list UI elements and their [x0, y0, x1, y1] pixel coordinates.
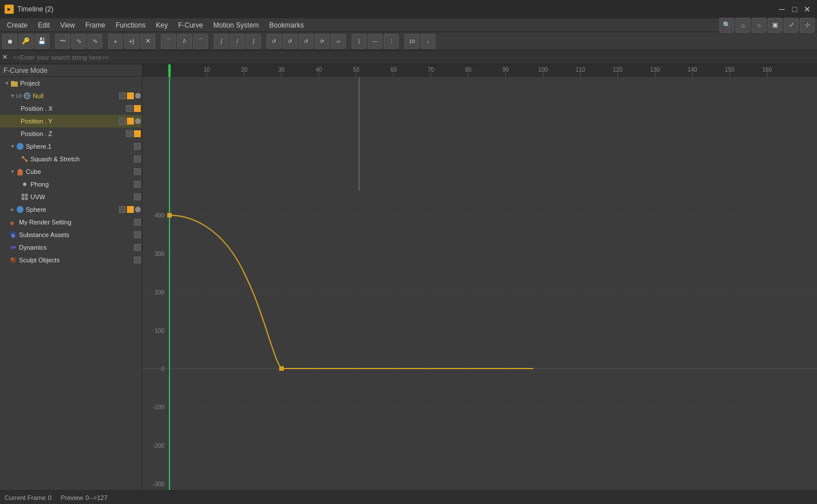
substance-ctrl[interactable]	[134, 231, 141, 238]
tb-ease1-btn[interactable]: ∫	[214, 34, 229, 49]
tree-cube[interactable]: ▼ Cube	[0, 165, 142, 178]
posy-ctrl-sq1[interactable]	[119, 118, 126, 125]
expand-null[interactable]: ▼	[9, 92, 16, 99]
arrows-icon[interactable]: ⊹	[800, 18, 815, 33]
menu-bookmarks[interactable]: Bookmarks	[265, 20, 309, 30]
tb-zero-btn[interactable]: |	[352, 34, 367, 49]
cube-ctrl[interactable]	[134, 168, 141, 175]
tree-uvw[interactable]: UVW	[0, 191, 142, 203]
tb-loop4-btn[interactable]: ⟳	[315, 34, 330, 49]
tree-uvw-label: UVW	[30, 193, 134, 200]
tree-dynamics[interactable]: Dynamics	[0, 241, 142, 254]
tb-break-btn[interactable]: ⋮	[384, 34, 399, 49]
posy-ctrl-sq2[interactable]	[127, 118, 134, 125]
tree-project[interactable]: ▼ Project	[0, 77, 142, 90]
tree-sculpt[interactable]: Sculpt Objects	[0, 254, 142, 266]
home-icon[interactable]: ⌂	[735, 18, 750, 33]
tree-phong[interactable]: Phong	[0, 178, 142, 191]
search-input[interactable]	[13, 54, 815, 61]
sphere1-ctrl[interactable]	[134, 143, 141, 150]
svg-rect-1	[11, 81, 14, 83]
menu-create[interactable]: Create	[2, 20, 32, 30]
sphere-ctrl2[interactable]	[127, 206, 134, 213]
null-ctrl-sq1[interactable]	[119, 92, 126, 99]
menu-frame[interactable]: Frame	[81, 20, 110, 30]
search-clear-btn[interactable]: ✕	[2, 53, 10, 61]
tree-pos-z[interactable]: Position . Z	[0, 127, 142, 140]
tb-loop5-btn[interactable]: ⤾	[331, 34, 346, 49]
tree-pos-y[interactable]: Position . Y	[0, 115, 142, 127]
minimize-button[interactable]: ─	[777, 4, 787, 14]
tb-key-add-btn[interactable]: +	[108, 34, 123, 49]
tree-squash[interactable]: Squash & Stretch	[0, 153, 142, 165]
expand-project[interactable]: ▼	[3, 80, 10, 87]
expand-icon[interactable]: ⤢	[784, 18, 799, 33]
expand-sphere1[interactable]: ▼	[9, 143, 16, 150]
tb-wave3-btn[interactable]: ∿	[87, 34, 102, 49]
sphere-ctrl-dot[interactable]	[135, 207, 141, 212]
null-ctrl-sq2[interactable]	[127, 92, 134, 99]
menu-functions[interactable]: Functions	[111, 20, 150, 30]
menu-edit[interactable]: Edit	[33, 20, 55, 30]
svg-text:30: 30	[278, 67, 285, 73]
tb-record-btn[interactable]: ⏺	[2, 34, 17, 49]
graph-area[interactable]: 0 10 20 30 40 50 60 70 80 90	[142, 64, 817, 490]
tb-key-addsel-btn[interactable]: +|	[124, 34, 139, 49]
menu-fcurve[interactable]: F-Curve	[174, 20, 207, 30]
tb-ease3-btn[interactable]: ∫	[246, 34, 261, 49]
tb-wave1-btn[interactable]: 〜	[55, 34, 70, 49]
maximize-button[interactable]: □	[789, 4, 800, 14]
tb-interp1-btn[interactable]: ⌒	[161, 34, 176, 49]
squash-ctrl[interactable]	[134, 156, 141, 162]
frame-icon[interactable]: ▣	[768, 18, 783, 33]
keyframe-start[interactable]	[167, 213, 172, 218]
tb-num-btn[interactable]: 10	[404, 34, 419, 49]
tb-ease2-btn[interactable]: /	[230, 34, 245, 49]
search-icon[interactable]: 🔍	[719, 18, 734, 33]
svg-text:100: 100	[155, 328, 164, 334]
posx-ctrl-sq1[interactable]	[126, 105, 133, 112]
tb-save-btn[interactable]: 💾	[34, 34, 49, 49]
posy-ctrl-dot[interactable]	[135, 118, 141, 124]
tb-loop2-btn[interactable]: ↺	[283, 34, 298, 49]
tb-flat-btn[interactable]: —	[368, 34, 383, 49]
tree-pos-x[interactable]: Position . X	[0, 102, 142, 115]
menu-key[interactable]: Key	[151, 20, 172, 30]
tb-step-btn[interactable]: ↓	[421, 34, 436, 49]
menu-motion-system[interactable]: Motion System	[209, 20, 263, 30]
null-ctrl-dot[interactable]	[135, 93, 141, 99]
sphere-ctrl1[interactable]	[119, 206, 126, 213]
expand-sphere[interactable]: ►	[9, 206, 16, 213]
svg-text:0: 0	[161, 366, 164, 372]
posz-ctrl-sq1[interactable]	[126, 130, 133, 137]
tree-render[interactable]: My Render Setting	[0, 216, 142, 228]
posx-ctrl-sq2[interactable]	[134, 105, 141, 112]
posz-ctrl-sq2[interactable]	[134, 130, 141, 137]
menu-view[interactable]: View	[56, 20, 80, 30]
phong-ctrl[interactable]	[134, 181, 141, 188]
tb-wave2-btn[interactable]: ∿	[71, 34, 86, 49]
tb-key-del-btn[interactable]: ✕	[140, 34, 155, 49]
uvw-ctrl[interactable]	[134, 193, 141, 200]
tree-sphere1-label: Sphere.1	[26, 143, 134, 150]
keyframe-end[interactable]	[279, 366, 284, 371]
svg-text:140: 140	[688, 67, 697, 73]
render-ctrl[interactable]	[134, 219, 141, 226]
tb-keys-btn[interactable]: 🔑	[18, 34, 33, 49]
tree-sphere1[interactable]: ▼ Sphere.1	[0, 140, 142, 153]
tb-loop3-btn[interactable]: ↺	[299, 34, 314, 49]
tb-interp2-btn[interactable]: /\	[177, 34, 192, 49]
tree-sculpt-label: Sculpt Objects	[19, 257, 134, 263]
circle-icon[interactable]: ○	[752, 18, 766, 33]
sculpt-ctrl[interactable]	[134, 257, 141, 263]
tree-sphere[interactable]: ► Sphere	[0, 203, 142, 216]
graph-svg: 0 10 20 30 40 50 60 70 80 90	[142, 64, 817, 490]
window-title: Timeline (2)	[17, 5, 53, 13]
close-button[interactable]: ✕	[802, 4, 812, 14]
dynamics-ctrl[interactable]	[134, 244, 141, 251]
tree-null[interactable]: ▼ L0 Null	[0, 90, 142, 102]
tb-interp3-btn[interactable]: ⌒	[193, 34, 208, 49]
expand-cube[interactable]: ▼	[9, 168, 16, 175]
tree-substance[interactable]: S Substance Assets	[0, 228, 142, 241]
tb-loop1-btn[interactable]: ↺	[267, 34, 282, 49]
